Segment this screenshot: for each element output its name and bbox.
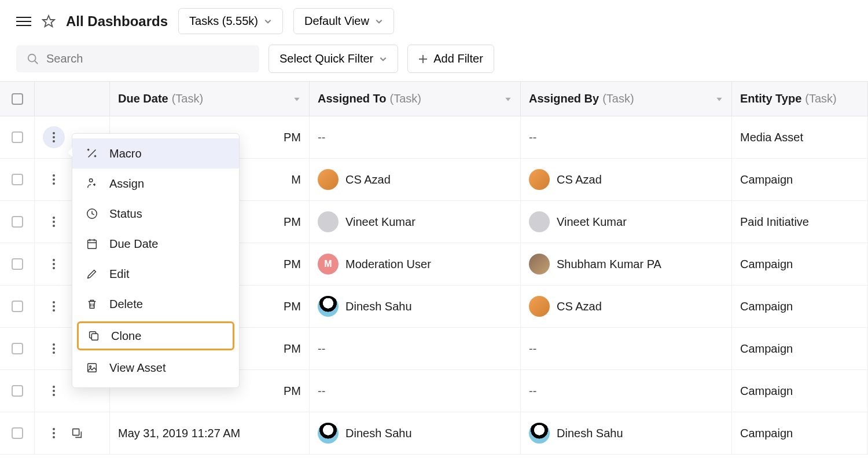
row-menu-button[interactable] [43, 211, 65, 233]
column-label: Assigned To [318, 92, 387, 105]
assigned-by-header[interactable]: Assigned By (Task) [521, 82, 732, 116]
svg-rect-16 [88, 240, 97, 249]
row-menu-button[interactable] [43, 126, 65, 148]
svg-rect-22 [91, 334, 98, 340]
clone-icon [87, 329, 101, 343]
dots-icon [53, 132, 55, 142]
assigned-to-cell: -- [310, 370, 521, 412]
menu-edit[interactable]: Edit [72, 259, 239, 289]
entity-type-cell: Campaign [732, 370, 868, 412]
menu-label: Edit [109, 268, 129, 281]
row-actions-cell [35, 412, 110, 454]
user-name: CS Azad [345, 173, 391, 186]
row-checkbox[interactable] [12, 258, 23, 270]
avatar [529, 211, 550, 232]
search-box[interactable] [16, 45, 259, 72]
empty-value: -- [318, 385, 325, 398]
caret-down-icon[interactable] [504, 95, 512, 103]
assigned-by-cell: Shubham Kumar PA [521, 243, 732, 285]
empty-value: -- [529, 385, 536, 398]
status-icon [85, 207, 99, 221]
row-menu-button[interactable] [43, 380, 65, 402]
row-checkbox-cell [0, 412, 35, 454]
assigned-to-cell: CS Azad [310, 159, 521, 200]
row-checkbox-cell [0, 159, 35, 200]
row-checkbox[interactable] [12, 131, 23, 143]
svg-point-24 [90, 366, 91, 368]
user-name: Moderation User [345, 258, 431, 271]
dots-icon [53, 386, 55, 396]
menu-clone[interactable]: Clone [77, 321, 234, 350]
assigned-by-cell: -- [521, 370, 732, 412]
menu-label: Macro [109, 147, 142, 160]
quick-filter-label: Select Quick Filter [279, 52, 373, 65]
assigned-by-cell: -- [521, 328, 732, 369]
menu-label: View Asset [109, 361, 165, 375]
menu-view-asset[interactable]: View Asset [72, 353, 239, 383]
menu-assign[interactable]: Assign [72, 169, 239, 199]
row-context-menu: Macro Assign Status Due Date Edit Delete… [72, 133, 240, 388]
user-name: CS Azad [557, 300, 602, 313]
menu-label: Assign [109, 177, 144, 191]
assigned-by-cell: CS Azad [521, 285, 732, 327]
entity-type-cell: Paid Initiative [732, 201, 868, 243]
assigned-by-cell: CS Azad [521, 159, 732, 200]
entity-type-cell: Campaign [732, 285, 868, 327]
row-checkbox[interactable] [12, 174, 23, 185]
row-checkbox[interactable] [12, 427, 23, 439]
due-date-header[interactable]: Due Date (Task) [110, 82, 310, 116]
assigned-to-cell: -- [310, 116, 521, 158]
row-menu-button[interactable] [43, 422, 65, 444]
empty-value: -- [318, 131, 325, 144]
menu-label: Status [109, 207, 142, 221]
row-menu-button[interactable] [43, 169, 65, 191]
row-checkbox[interactable] [12, 385, 23, 397]
menu-macro[interactable]: Macro [72, 138, 239, 169]
chevron-down-icon [264, 17, 272, 25]
avatar [529, 423, 550, 444]
menu-due-date[interactable]: Due Date [72, 229, 239, 259]
row-checkbox[interactable] [12, 343, 23, 354]
row-menu-button[interactable] [43, 338, 65, 360]
menu-delete[interactable]: Delete [72, 289, 239, 319]
menu-status[interactable]: Status [72, 199, 239, 229]
select-all-checkbox[interactable] [12, 93, 23, 105]
row-checkbox[interactable] [12, 301, 23, 312]
assigned-by-cell: Dinesh Sahu [521, 412, 732, 454]
search-input[interactable] [46, 52, 249, 65]
view-label: Default View [304, 14, 369, 28]
person-arrow-icon [85, 177, 99, 191]
entity-type-cell: Campaign [732, 412, 868, 454]
entity-type-header[interactable]: Entity Type (Task) [732, 82, 868, 116]
column-sublabel: (Task) [805, 92, 836, 105]
add-filter-button[interactable]: Add Filter [407, 45, 494, 73]
caret-down-icon[interactable] [293, 95, 301, 103]
calendar-icon [85, 237, 99, 251]
user-name: Dinesh Sahu [557, 427, 623, 440]
row-menu-button[interactable] [43, 295, 65, 317]
dots-icon [53, 428, 55, 438]
dots-icon [53, 217, 55, 227]
caret-down-icon[interactable] [715, 95, 723, 103]
chevron-down-icon [379, 55, 387, 63]
entity-type-cell: Campaign [732, 243, 868, 285]
quick-filter-dropdown[interactable]: Select Quick Filter [269, 45, 398, 73]
column-sublabel: (Task) [390, 92, 421, 105]
svg-marker-5 [294, 97, 299, 101]
select-all-header[interactable] [0, 82, 35, 116]
row-checkbox[interactable] [12, 216, 23, 228]
row-menu-button[interactable] [43, 253, 65, 275]
expand-icon[interactable] [71, 427, 83, 440]
svg-rect-23 [88, 364, 97, 372]
avatar [318, 296, 339, 317]
column-label: Assigned By [529, 92, 599, 105]
assigned-to-cell: Vineet Kumar [310, 201, 521, 243]
assigned-to-header[interactable]: Assigned To (Task) [310, 82, 521, 116]
svg-marker-6 [505, 97, 510, 101]
view-dropdown[interactable]: Default View [293, 8, 394, 34]
hamburger-icon[interactable] [16, 17, 31, 26]
tasks-dropdown[interactable]: Tasks (5.55k) [178, 8, 283, 34]
table-row[interactable]: May 31, 2019 11:27 AMDinesh SahuDinesh S… [0, 412, 868, 455]
star-icon[interactable] [42, 14, 56, 28]
pencil-icon [85, 267, 99, 281]
